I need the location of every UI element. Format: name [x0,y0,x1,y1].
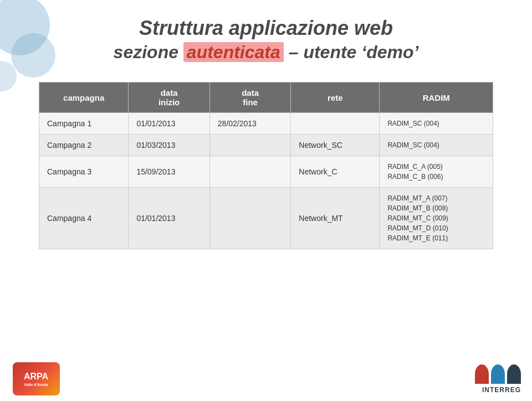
table-row: Campagna 315/09/2013Network_CRADIM_C_A (… [39,156,493,188]
main-content: Struttura applicazione web sezione auten… [0,0,532,401]
cell-radim: RADIM_SC (004) [380,135,493,156]
cell-radim: RADIM_SC (004) [380,113,493,135]
cell-campagna: Campagna 3 [39,156,129,188]
interreg-waves [475,364,521,384]
wave-blue [491,364,505,384]
cell-campagna: Campagna 4 [39,188,129,249]
title-line2-suffix: – utente ‘demo’ [284,42,419,62]
cell-data-inizio: 01/03/2013 [129,135,209,156]
cell-data-fine [209,156,290,188]
cell-rete [291,113,380,135]
col-header-data-fine: datafine [209,83,290,113]
cell-campagna: Campagna 2 [39,135,129,156]
wave-red [475,364,489,384]
title-block: Struttura applicazione web sezione auten… [114,17,419,63]
interreg-text: INTERREG [482,386,521,394]
arpa-logo: ARPA Valle d'Aosta [11,361,61,397]
cell-rete: Network_SC [291,135,380,156]
table-row: Campagna 401/01/2013Network_MTRADIM_MT_A… [39,188,493,249]
table-wrapper: campagna datainizio datafine rete RADIM … [39,82,493,249]
arpa-logo-box: ARPA Valle d'Aosta [13,362,60,395]
arpa-text: ARPA [24,372,48,382]
interreg-logo: INTERREG [432,361,521,397]
title-line1: Struttura applicazione web [114,17,419,40]
cell-data-fine [209,188,290,249]
cell-rete: Network_C [291,156,380,188]
col-header-rete: rete [291,83,380,113]
arpa-subtext: Valle d'Aosta [24,383,48,387]
cell-rete: Network_MT [291,188,380,249]
cell-data-fine [209,135,290,156]
title-line2: sezione autenticata – utente ‘demo’ [114,42,419,63]
cell-data-fine: 28/02/2013 [209,113,290,135]
main-table: campagna datainizio datafine rete RADIM … [39,82,493,249]
cell-radim: RADIM_MT_A (007)RADIM_MT_B (008)RADIM_MT… [380,188,493,249]
title-highlight: autenticata [183,42,284,62]
table-row: Campagna 101/01/201328/02/2013RADIM_SC (… [39,113,493,135]
cell-data-inizio: 01/01/2013 [129,113,209,135]
col-header-campagna: campagna [39,83,129,113]
col-header-radim: RADIM [380,83,493,113]
table-row: Campagna 201/03/2013Network_SCRADIM_SC (… [39,135,493,156]
cell-data-inizio: 15/09/2013 [129,156,209,188]
bottom-bar: ARPA Valle d'Aosta INTERREG [0,357,532,401]
table-header-row: campagna datainizio datafine rete RADIM [39,83,493,113]
wave-dark [507,364,521,384]
col-header-data-inizio: datainizio [129,83,209,113]
cell-data-inizio: 01/01/2013 [129,188,209,249]
title-line2-prefix: sezione [114,42,183,62]
cell-radim: RADIM_C_A (005)RADIM_C_B (006) [380,156,493,188]
cell-campagna: Campagna 1 [39,113,129,135]
